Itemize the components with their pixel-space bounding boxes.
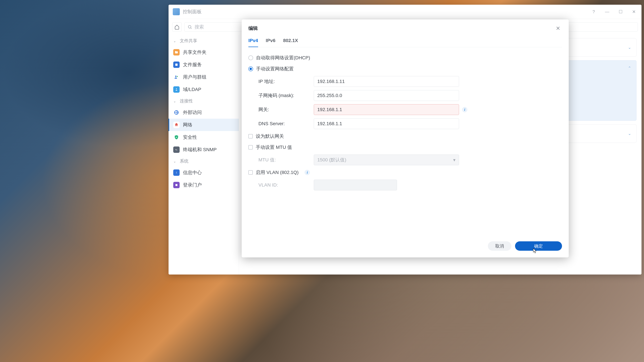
ip-address-input[interactable] — [314, 76, 459, 87]
radio-manual-config[interactable]: 手动设置网络配置 — [248, 63, 562, 74]
checkbox-label: 启用 VLAN (802.1Q) — [256, 169, 298, 176]
vlan-id-input — [314, 180, 397, 190]
svg-rect-1 — [175, 63, 178, 66]
chevron-down-icon: ▾ — [453, 157, 456, 163]
chevron-up-icon: ⌄ — [628, 65, 631, 70]
sidebar-item-security[interactable]: 安全性 — [168, 131, 239, 143]
svg-point-0 — [188, 25, 191, 28]
sidebar-item-file-services[interactable]: 文件服务 — [168, 58, 239, 71]
sidebar-item-domain-ldap[interactable]: 域/LDAP — [168, 83, 239, 96]
sidebar-item-label: 登录门户 — [183, 182, 202, 188]
sidebar-item-label: 终端机和 SNMP — [183, 146, 217, 153]
sidebar-item-external-access[interactable]: 外部访问 — [168, 106, 239, 119]
sidebar-section-system[interactable]: ⌃ 系统 — [168, 156, 239, 166]
folder-icon — [173, 49, 180, 55]
subnet-label: 子网掩码 (mask): — [258, 92, 314, 99]
checkbox-vlan-enable[interactable]: 启用 VLAN (802.1Q) i — [248, 167, 562, 178]
sidebar-item-label: 网络 — [183, 122, 192, 128]
sidebar-item-label: 共享文件夹 — [183, 49, 206, 55]
home-icon — [174, 24, 180, 29]
home-button[interactable] — [172, 22, 182, 32]
checkbox-icon — [248, 145, 253, 149]
user-group-icon — [173, 74, 180, 80]
help-button[interactable]: ? — [590, 8, 597, 15]
info-icon[interactable]: i — [304, 170, 310, 175]
sidebar-item-label: 信息中心 — [183, 169, 202, 176]
gateway-label: 网关: — [258, 106, 314, 113]
sidebar-item-terminal-snmp[interactable]: 终端机和 SNMP — [168, 143, 239, 156]
sidebar-item-user-group[interactable]: 用户与群组 — [168, 71, 239, 83]
svg-rect-7 — [176, 172, 176, 173]
sidebar-section-connectivity[interactable]: ⌃ 连接性 — [168, 96, 239, 106]
ok-button[interactable]: 确定 — [515, 241, 562, 251]
sidebar-item-network[interactable]: 网络 — [168, 119, 239, 131]
cancel-button[interactable]: 取消 — [488, 241, 511, 251]
maximize-button[interactable]: ☐ — [617, 8, 624, 15]
radio-dhcp-auto[interactable]: 自动取得网络设置(DHCP) — [248, 52, 562, 63]
row-mtu: MTU 值: 1500 (默认值) ▾ — [248, 153, 562, 167]
edit-network-modal: 编辑 ✕ IPv4 IPv6 802.1X 自动取得网络设置(DHCP) 手动设… — [242, 19, 569, 257]
sidebar-item-shared-folder[interactable]: 共享文件夹 — [168, 46, 239, 58]
tab-ipv6[interactable]: IPv6 — [266, 38, 276, 47]
app-icon — [173, 8, 180, 15]
radio-checked-icon — [248, 66, 253, 71]
dns-server-input[interactable] — [314, 118, 459, 129]
chevron-up-icon: ⌃ — [173, 159, 176, 163]
svg-point-4 — [176, 88, 177, 89]
row-ip-address: IP 地址: — [248, 74, 562, 88]
modal-body: 自动取得网络设置(DHCP) 手动设置网络配置 IP 地址: 子网掩码 (mas… — [242, 47, 569, 237]
sidebar-item-label: 安全性 — [183, 134, 197, 140]
mtu-dropdown[interactable]: 1500 (默认值) ▾ — [314, 155, 459, 165]
ip-label: IP 地址: — [258, 78, 314, 85]
search-icon — [188, 25, 192, 29]
network-icon — [173, 122, 180, 128]
svg-point-3 — [177, 76, 178, 77]
sidebar-item-info-center[interactable]: 信息中心 — [168, 166, 239, 179]
svg-rect-8 — [176, 184, 178, 186]
sidebar-section-file-sharing[interactable]: ⌃ 文件共享 — [168, 35, 239, 46]
row-gateway: 网关: i — [248, 103, 562, 117]
row-subnet: 子网掩码 (mask): — [248, 88, 562, 103]
checkbox-label: 设为默认网关 — [256, 133, 284, 139]
modal-footer: 取消 确定 — [242, 237, 569, 257]
row-vlan-id: VLAN ID: — [248, 178, 562, 192]
minimize-button[interactable]: — — [604, 8, 610, 15]
chevron-down-icon: ⌄ — [628, 45, 631, 50]
dns-label: DNS Server: — [258, 121, 314, 126]
subnet-mask-input[interactable] — [314, 90, 459, 101]
tab-8021x[interactable]: 802.1X — [283, 38, 298, 47]
sidebar-section-label: 系统 — [180, 158, 188, 164]
modal-title: 编辑 — [248, 25, 554, 31]
modal-header: 编辑 ✕ — [242, 19, 569, 34]
checkbox-icon — [248, 170, 253, 175]
checkbox-manual-mtu[interactable]: 手动设置 MTU 值 — [248, 142, 562, 153]
info-center-icon — [173, 169, 180, 176]
window-controls: ? — ☐ ✕ — [590, 8, 637, 15]
sidebar-item-login-portal[interactable]: 登录门户 — [168, 179, 239, 191]
login-portal-icon — [173, 182, 180, 188]
tab-ipv4[interactable]: IPv4 — [248, 38, 258, 47]
radio-icon — [248, 55, 253, 60]
mtu-label: MTU 值: — [258, 157, 314, 163]
sidebar: ⌃ 文件共享 共享文件夹 文件服务 用户与群组 — [168, 35, 239, 275]
sidebar-section-label: 文件共享 — [180, 38, 197, 44]
chevron-down-icon: ⌄ — [628, 131, 631, 136]
info-icon[interactable]: i — [462, 107, 468, 112]
external-access-icon — [173, 109, 180, 116]
file-services-icon — [173, 61, 180, 68]
close-button[interactable]: ✕ — [630, 8, 637, 15]
chevron-up-icon: ⌃ — [173, 99, 176, 103]
terminal-icon — [173, 146, 180, 153]
gateway-input[interactable] — [314, 104, 459, 115]
checkbox-default-gateway[interactable]: 设为默认网关 — [248, 131, 562, 142]
modal-close-button[interactable]: ✕ — [554, 24, 562, 32]
sidebar-item-label: 外部访问 — [183, 109, 202, 116]
titlebar: 控制面板 ? — ☐ ✕ — [168, 5, 642, 19]
sidebar-item-label: 文件服务 — [183, 61, 202, 68]
chevron-up-icon: ⌃ — [173, 39, 176, 43]
shield-icon — [173, 134, 180, 140]
radio-label: 自动取得网络设置(DHCP) — [256, 55, 310, 61]
row-dns: DNS Server: — [248, 117, 562, 131]
dropdown-value: 1500 (默认值) — [317, 157, 346, 163]
svg-point-6 — [176, 172, 177, 172]
